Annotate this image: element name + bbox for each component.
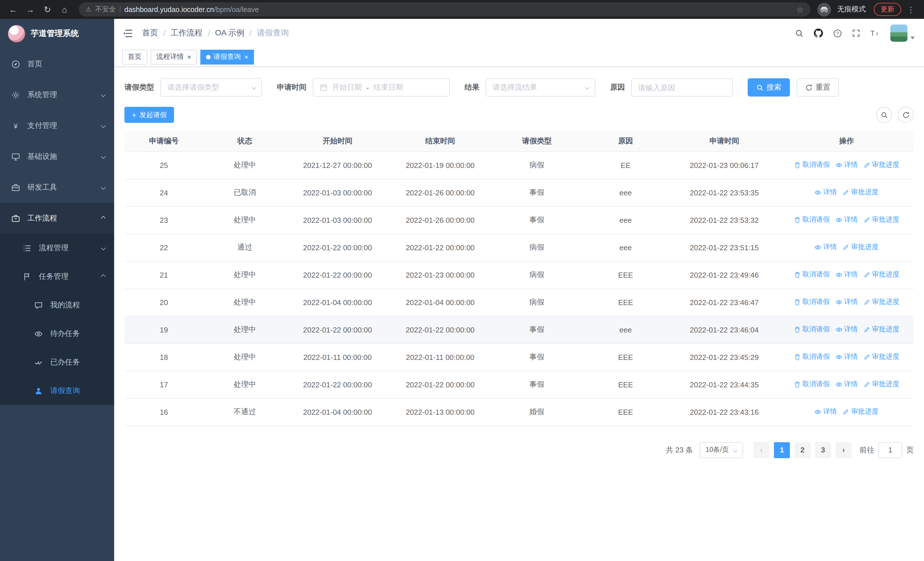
row-actions: 取消请假详情审批进度 bbox=[780, 343, 914, 371]
approval-progress-link[interactable]: 审批进度 bbox=[864, 325, 900, 334]
page-size-select[interactable]: 10条/页 bbox=[700, 442, 743, 458]
back-icon[interactable]: ← bbox=[6, 2, 21, 17]
chat-icon bbox=[34, 301, 43, 309]
detail-link[interactable]: 详情 bbox=[836, 270, 858, 280]
sidebar-item-done-tasks[interactable]: 已办任务 bbox=[0, 348, 114, 376]
prev-page-button[interactable]: ‹ bbox=[753, 442, 770, 458]
sidebar-item-workflow[interactable]: 工作流程 bbox=[0, 203, 114, 234]
chevron-up-icon bbox=[101, 216, 106, 221]
sidebar-item-my-process[interactable]: 我的流程 bbox=[0, 291, 114, 319]
cancel-leave-link[interactable]: 取消请假 bbox=[794, 352, 830, 362]
detail-link[interactable]: 详情 bbox=[836, 215, 858, 225]
detail-link[interactable]: 详情 bbox=[815, 188, 837, 197]
detail-link[interactable]: 详情 bbox=[836, 297, 858, 307]
reload-icon[interactable]: ↻ bbox=[40, 2, 55, 17]
forward-icon[interactable]: → bbox=[23, 2, 38, 17]
toggle-search-button[interactable] bbox=[876, 107, 892, 123]
sidebar-logo[interactable]: 芋道管理系统 bbox=[0, 19, 114, 48]
end-date-placeholder: 结束日期 bbox=[374, 82, 403, 93]
approval-progress-link[interactable]: 审批进度 bbox=[864, 352, 900, 362]
update-button[interactable]: 更新 bbox=[874, 3, 901, 16]
tab-home[interactable]: 首页 bbox=[122, 50, 147, 64]
cancel-leave-link[interactable]: 取消请假 bbox=[794, 160, 830, 170]
detail-link[interactable]: 详情 bbox=[836, 380, 858, 390]
header-search-icon[interactable] bbox=[795, 29, 804, 38]
cell-end: 2022-01-11 00:00:00 bbox=[389, 343, 492, 371]
row-actions: 详情审批进度 bbox=[780, 234, 914, 261]
approval-progress-link[interactable]: 审批进度 bbox=[843, 242, 879, 252]
cancel-leave-link[interactable]: 取消请假 bbox=[794, 215, 830, 225]
help-icon[interactable]: ? bbox=[833, 29, 842, 38]
chevron-down-icon bbox=[101, 185, 106, 190]
cell-start: 2022-01-03 00:00:00 bbox=[286, 179, 389, 206]
apply-time-label: 申请时间 bbox=[277, 82, 306, 93]
cell-reason: EEE bbox=[582, 398, 669, 426]
row-actions: 详情审批进度 bbox=[780, 398, 914, 426]
menu-fold-icon[interactable] bbox=[123, 29, 133, 38]
tab-process-detail[interactable]: 流程详情 × bbox=[151, 50, 197, 64]
approval-progress-link[interactable]: 审批进度 bbox=[864, 380, 900, 390]
detail-link[interactable]: 详情 bbox=[836, 160, 858, 170]
security-label[interactable]: 不安全 bbox=[95, 5, 116, 14]
sidebar-item-system[interactable]: 系统管理 bbox=[0, 80, 114, 110]
approval-progress-link[interactable]: 审批进度 bbox=[864, 215, 900, 225]
cancel-leave-link[interactable]: 取消请假 bbox=[794, 380, 830, 390]
approval-progress-link[interactable]: 审批进度 bbox=[864, 160, 900, 170]
cell-end: 2022-01-26 00:00:00 bbox=[389, 179, 492, 206]
user-menu[interactable] bbox=[890, 24, 915, 42]
breadcrumb-item[interactable]: OA 示例 bbox=[215, 28, 244, 38]
page-number-button[interactable]: 2 bbox=[795, 442, 810, 458]
sidebar-item-payment[interactable]: ¥ 支付管理 bbox=[0, 110, 114, 141]
page-number-button[interactable]: 3 bbox=[815, 442, 831, 458]
cell-applied: 2022-01-22 23:51:15 bbox=[669, 234, 779, 261]
cancel-leave-link[interactable]: 取消请假 bbox=[794, 297, 830, 307]
cancel-leave-link[interactable]: 取消请假 bbox=[794, 325, 830, 334]
home-icon[interactable]: ⌂ bbox=[57, 2, 72, 17]
page-suffix: 页 bbox=[906, 445, 914, 455]
date-range-picker[interactable]: 开始日期 - 结束日期 bbox=[313, 78, 450, 96]
goto-page-input[interactable] bbox=[878, 442, 902, 458]
reason-input[interactable] bbox=[631, 78, 733, 96]
sidebar-item-infrastructure[interactable]: 基础设施 bbox=[0, 141, 114, 172]
detail-link[interactable]: 详情 bbox=[836, 352, 858, 362]
sidebar-item-devtools[interactable]: 研发工具 bbox=[0, 172, 114, 203]
detail-link[interactable]: 详情 bbox=[815, 407, 837, 417]
refresh-button[interactable] bbox=[898, 107, 914, 123]
approval-progress-link[interactable]: 审批进度 bbox=[864, 297, 900, 307]
sidebar-item-leave-query[interactable]: 请假查询 bbox=[0, 376, 114, 405]
search-button[interactable]: 搜索 bbox=[748, 78, 790, 96]
browser-menu-icon[interactable]: ⋮ bbox=[903, 2, 918, 17]
table-row: 25处理中2021-12-27 00:00:002022-01-19 00:00… bbox=[124, 151, 914, 179]
create-leave-button[interactable]: + 发起请假 bbox=[124, 107, 174, 123]
close-icon[interactable]: × bbox=[187, 53, 191, 60]
address-bar[interactable]: ⚠ 不安全 dashboard.yudao.iocoder.cn/bpm/oa/… bbox=[79, 2, 810, 17]
cell-end: 2022-01-23 00:00:00 bbox=[389, 261, 492, 289]
approval-progress-link[interactable]: 审批进度 bbox=[843, 188, 879, 197]
sidebar-item-todo-tasks[interactable]: 待办任务 bbox=[0, 319, 114, 348]
leave-type-select[interactable]: 请选择请假类型 bbox=[160, 78, 262, 96]
detail-link[interactable]: 详情 bbox=[815, 242, 837, 252]
user-avatar[interactable] bbox=[890, 24, 908, 42]
breadcrumb-item[interactable]: 首页 bbox=[142, 28, 158, 38]
sidebar-item-process-management[interactable]: 流程管理 bbox=[0, 234, 114, 262]
font-size-icon[interactable]: TT bbox=[870, 29, 880, 37]
tab-leave-query[interactable]: 请假查询 × bbox=[200, 50, 254, 64]
approval-progress-link[interactable]: 审批进度 bbox=[864, 270, 900, 280]
next-page-button[interactable]: › bbox=[836, 442, 852, 458]
fullscreen-icon[interactable] bbox=[852, 29, 860, 37]
sidebar-item-home[interactable]: 首页 bbox=[0, 48, 114, 80]
reset-button[interactable]: 重置 bbox=[797, 78, 839, 96]
detail-link[interactable]: 详情 bbox=[836, 325, 858, 334]
sidebar-item-task-management[interactable]: 任务管理 bbox=[0, 262, 114, 291]
approval-progress-link[interactable]: 审批进度 bbox=[843, 407, 879, 417]
page-number-button[interactable]: 1 bbox=[774, 442, 790, 458]
breadcrumb-separator: / bbox=[208, 29, 210, 38]
result-select[interactable]: 请选择流结果 bbox=[486, 78, 595, 96]
leave-type-filter: 请假类型 请选择请假类型 bbox=[124, 78, 262, 96]
bookmark-star-icon[interactable]: ☆ bbox=[796, 5, 804, 14]
cancel-leave-link[interactable]: 取消请假 bbox=[794, 270, 830, 280]
close-icon[interactable]: × bbox=[244, 53, 248, 60]
breadcrumb-item[interactable]: 工作流程 bbox=[171, 28, 202, 38]
cell-type: 事假 bbox=[491, 179, 582, 206]
github-icon[interactable] bbox=[814, 29, 823, 38]
